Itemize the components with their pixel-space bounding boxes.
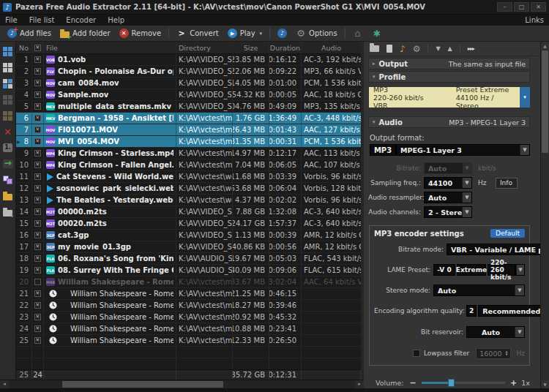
row-checkbox[interactable]: ✕ [34, 267, 41, 274]
scroll-left-arrow[interactable]: ◂ [0, 380, 9, 388]
table-row[interactable]: ▶8✕MOVMVI_0054.MOVK:\AV\vctest\mov\...13… [16, 136, 361, 148]
table-row[interactable]: 20M4BWilliam Shakespeare - Romeo and Jul… [16, 276, 361, 288]
column-duration[interactable]: Duration [269, 42, 302, 53]
chevron-down-icon[interactable]: ▼ [515, 264, 525, 276]
spinner-arrows-icon[interactable]: ▲▼ [504, 350, 510, 356]
remove-files-icon[interactable]: ✕ [1, 125, 15, 138]
scroll-up-arrow[interactable]: ▲ [541, 42, 549, 50]
default-button[interactable]: Default [490, 229, 525, 238]
pin-button[interactable]: ✱ [367, 27, 386, 40]
menu-links[interactable]: Links [525, 16, 544, 24]
scroll-right-arrow[interactable]: ▸ [355, 380, 364, 388]
row-checkbox[interactable]: ✕ [34, 103, 41, 110]
vertical-scroll-thumb[interactable] [542, 50, 548, 153]
profile-summary[interactable]: MP3 220-260 kbit/s VBR Preset Extreme 44… [369, 87, 520, 108]
table-row[interactable]: 6✕MKVBergman - 1958 - Ansiktet [DVD x264… [16, 113, 361, 124]
open-source-folder-icon[interactable] [1, 189, 15, 203]
table-row[interactable]: 16✕3GPcat.3gpK:\AV\VIDEO_SAM...1.13 MB00… [16, 230, 361, 241]
output-folder-icon[interactable] [370, 45, 379, 52]
channels-select[interactable]: 2 - Stereo ▼ [424, 206, 472, 218]
row-checkbox[interactable]: ✕ [34, 80, 41, 86]
table-row[interactable]: 23✕William Shakespeare - Romeo and Juli.… [16, 312, 361, 323]
row-checkbox[interactable]: ✕ [34, 56, 41, 63]
column-no[interactable]: No [16, 42, 32, 53]
table-row[interactable]: 15✕M2T00020.m2tsK:\AV\VIDEO_SAM...24.17 … [16, 218, 361, 230]
volume-plus-button[interactable]: + [510, 378, 517, 388]
lowpass-checkbox[interactable] [413, 350, 420, 357]
minimize-button[interactable]: – [497, 2, 512, 12]
play-dropdown-caret-icon[interactable]: ▾ [260, 31, 263, 37]
options-button[interactable]: ⚙Options [291, 27, 342, 40]
menu-file[interactable]: File [5, 16, 18, 24]
menu-encoder[interactable]: Encoder [66, 16, 96, 24]
remove-button[interactable]: ✕Remove [115, 27, 166, 39]
volume-minus-button[interactable]: − [410, 378, 417, 388]
convert-button[interactable]: >Convert [172, 27, 223, 40]
uncheck-selected-icon[interactable] [1, 109, 15, 122]
expand-sections-icon[interactable]: ▲ [448, 45, 452, 52]
app-logo-button[interactable]: ♪ [273, 27, 291, 39]
table-row[interactable]: 1✕VOB01.vobK:\AV\VIDEO_SAM...1023.85 MB0… [16, 54, 361, 66]
volume-slider[interactable] [422, 382, 505, 384]
menu-help[interactable]: Help [108, 16, 124, 24]
column-audio[interactable]: Audio [302, 42, 361, 53]
table-row[interactable]: 11✕Cat Stevens - Wild World.webmK:\AV\vc… [16, 171, 361, 183]
check-all-icon[interactable] [1, 45, 15, 58]
stereo-mode-select[interactable]: Auto ▼ [433, 284, 525, 296]
check-selected-icon[interactable] [1, 93, 15, 106]
play-button[interactable]: ▶Play▾ [223, 27, 266, 39]
row-checkbox[interactable]: ✕ [34, 162, 41, 168]
close-button[interactable]: ✕ [531, 2, 546, 12]
row-checkbox[interactable]: ✕ [34, 91, 41, 98]
table-row[interactable]: 17✕3GPmy_movie_01.3gpK:\AV\VIDEO_SAM...5… [16, 241, 361, 253]
horizontal-scroll-thumb[interactable] [62, 381, 223, 388]
table-row[interactable]: 13✕The Beatles - Yesterday.webmK:\AV\vct… [16, 195, 361, 206]
row-checkbox[interactable]: ✕ [34, 255, 41, 262]
profile-dropdown-button[interactable]: ▾ [520, 87, 530, 108]
move-to-list-icon[interactable]: → [1, 157, 15, 170]
section-profile[interactable]: ▾ Profile [368, 71, 530, 83]
duplicate-item-icon[interactable] [1, 173, 15, 186]
row-checkbox[interactable]: ✕ [34, 220, 41, 227]
hide-panel-icon[interactable]: ▸▸▸ [468, 45, 474, 52]
uncheck-all-icon[interactable] [1, 61, 15, 74]
row-checkbox[interactable]: ✕ [34, 127, 41, 133]
bit-reservoir-select[interactable]: Auto ▼ [466, 326, 525, 338]
lowpass-spinner[interactable]: 16000 ▲▼ [476, 348, 511, 359]
table-row[interactable]: 4✕MOVSample.movK:\AV\VIDEO_SAM...54.32 K… [16, 89, 361, 101]
table-row[interactable]: 19✕FLA08. Surrey With The Fringe On Top.… [16, 265, 361, 276]
sampling-freq-select[interactable]: 44100 ▼ [424, 177, 472, 189]
table-row[interactable]: 12✕sosnowiec_park_sielecki.webmK:\AV\vct… [16, 183, 361, 195]
row-checkbox[interactable] [34, 279, 41, 285]
row-checkbox[interactable]: ✕ [34, 314, 41, 320]
table-row[interactable]: 14✕M2T00000.m2tsK:\AV\VIDEO_SAM...7.88 G… [16, 206, 361, 218]
collapse-sections-icon[interactable]: ▼ [436, 45, 440, 52]
table-row[interactable]: 9✕MP4King Crimson - Starless.mp4K:\AV\vc… [16, 148, 361, 159]
home-button[interactable]: ⌂ [348, 27, 367, 40]
open-output-folder-icon[interactable] [1, 206, 15, 219]
row-checkbox[interactable]: ✕ [34, 173, 41, 180]
table-row[interactable]: 2✕FLVChopin - Polonaise As-Dur op 53 'He… [16, 66, 361, 78]
file-info-icon[interactable] [386, 45, 392, 53]
table-row[interactable]: 7✕MOVFI010071.MOVK:\AV\vctest\mov\...126… [16, 124, 361, 136]
table-row[interactable]: 18✕FLA06. Roxana's Song from 'King Roger… [16, 253, 361, 265]
audio-settings-icon[interactable]: ♪ [400, 44, 406, 54]
menu-file-list[interactable]: File list [29, 16, 55, 24]
row-checkbox[interactable]: ✕ [34, 325, 41, 332]
table-row[interactable]: 24✕William Shakespeare - Romeo and Juli.… [16, 323, 361, 335]
row-checkbox[interactable]: ✕ [34, 208, 41, 215]
row-checkbox[interactable]: ✕ [34, 337, 41, 344]
row-checkbox[interactable]: ✕ [34, 150, 41, 157]
column-file[interactable]: File [44, 42, 176, 53]
section-output[interactable]: ▸ Output The same as input file [368, 58, 530, 69]
row-checkbox[interactable]: ✕ [34, 290, 41, 297]
maximize-button[interactable]: □ [514, 2, 529, 12]
row-checkbox[interactable]: ✕ [34, 115, 41, 121]
column-directory[interactable]: Directory [176, 42, 233, 53]
table-row[interactable]: 5✕MKVmultiple_data_streams.mkvK:\AV\VIDE… [16, 101, 361, 113]
add-files-button[interactable]: ♪Add files [3, 27, 56, 39]
table-row[interactable]: 3✕MOVcam_0084.movK:\AV\VIDEO_SAM...14.05… [16, 78, 361, 89]
invert-selection-icon[interactable] [1, 77, 15, 90]
format-select[interactable]: MPEG-1 Layer 3 ▼ [396, 144, 530, 156]
table-row[interactable]: 10✕MP4King Crimson - Fallen Angel.mp4K:\… [16, 159, 361, 171]
